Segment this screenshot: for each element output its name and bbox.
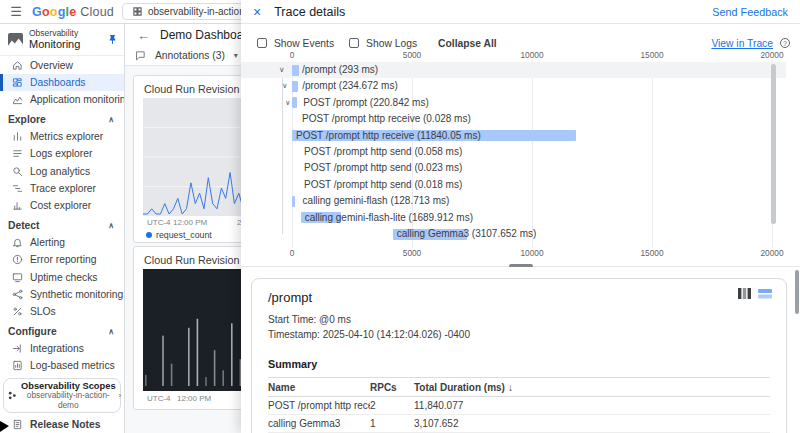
sidebar-item-label: Log analytics — [30, 166, 90, 177]
sidebar-item-label: Synthetic monitoring — [30, 289, 123, 300]
trace-span-bar[interactable] — [292, 97, 297, 108]
column-header-name[interactable]: Name — [268, 378, 370, 397]
sidebar-item-metrics-explorer[interactable]: Metrics explorer — [0, 128, 124, 145]
column-header-duration[interactable]: Total Duration (ms)↓ — [414, 378, 770, 397]
timeline-tick: 5000 — [403, 248, 421, 258]
sidebar-item-label: Release Notes — [30, 419, 100, 430]
span-details-section: /prompt Start Time: @0 ms Timestamp: 202… — [241, 267, 800, 433]
sidebar-item-alerting[interactable]: Alerting — [0, 234, 124, 251]
trace-span-label: POST /prompt http receive (11840.05 ms) — [296, 128, 481, 144]
sidebar-section-explore[interactable]: Explore ∧ — [0, 111, 124, 128]
trace-span-bar[interactable] — [292, 65, 299, 76]
trace-span-bar[interactable] — [292, 196, 295, 207]
panel-scrollbar[interactable] — [795, 270, 799, 314]
summary-row[interactable]: calling Gemma313,107.652 — [268, 415, 770, 433]
legend-label: request_count — [156, 230, 212, 240]
sidebar-item-log-based-metrics[interactable]: Log-based metrics — [0, 357, 124, 374]
trace-span-row[interactable]: POST /prompt http send (0.023 ms) — [241, 160, 786, 176]
trace-span-row[interactable]: POST /prompt http receive (11840.05 ms) — [241, 128, 786, 144]
chevron-down-icon[interactable]: ▾ — [234, 51, 238, 60]
summary-cell: 3,107.652 — [414, 415, 770, 433]
sidebar-item-label: Uptime checks — [30, 272, 98, 283]
summary-table-body: POST /prompt http receive211,840.077call… — [268, 397, 770, 433]
view-columns-icon[interactable] — [738, 288, 751, 299]
sidebar-item-label: Log-based metrics — [30, 360, 115, 371]
trace-span-row[interactable]: ∨/prompt (234.672 ms) — [241, 78, 786, 94]
hamburger-menu-icon[interactable]: ☰ — [8, 4, 24, 19]
chevron-up-icon: ∧ — [108, 327, 114, 336]
chevron-up-icon: ∧ — [108, 221, 114, 230]
section-label: Configure — [8, 326, 57, 337]
timeline-tick: 5000 — [403, 50, 421, 60]
summary-row[interactable]: POST /prompt http receive211,840.077 — [268, 397, 770, 415]
log-metrics-icon — [12, 360, 23, 371]
sidebar-item-application-monitoring[interactable]: Application monitoring — [0, 91, 124, 108]
column-header-rpcs[interactable]: RPCs — [370, 378, 414, 397]
view-rows-icon[interactable] — [758, 289, 772, 299]
sidebar-item-label: Dashboards — [30, 77, 86, 88]
pin-icon[interactable] — [107, 34, 118, 45]
trace-span-row[interactable]: POST /prompt http send (0.018 ms) — [241, 177, 786, 193]
trace-span-row[interactable]: calling gemini-flash-lite (1689.912 ms) — [241, 210, 786, 226]
trace-span-label: calling gemini-flash-lite (1689.912 ms) — [305, 210, 473, 226]
sidebar-item-trace-explorer[interactable]: Trace explorer — [0, 180, 124, 197]
logo-letter: g — [58, 5, 66, 19]
sidebar-item-label: Trace explorer — [30, 183, 96, 194]
dashboard-icon — [12, 77, 23, 88]
mouse-cursor — [0, 421, 9, 432]
x-axis-tick: UTC-4 — [147, 394, 171, 403]
sidebar-item-cost-explorer[interactable]: Cost explorer — [0, 197, 124, 214]
section-label: Explore — [8, 114, 46, 125]
sidebar-section-configure[interactable]: Configure ∧ — [0, 323, 124, 340]
summary-header-row: Name RPCs Total Duration (ms)↓ — [268, 378, 770, 397]
chevron-down-icon[interactable]: ∨ — [285, 95, 291, 111]
trace-span-row[interactable]: calling Gemma3 (3107.652 ms) — [241, 226, 786, 242]
logs-list-icon — [12, 148, 23, 159]
trace-span-bar[interactable] — [292, 81, 298, 92]
trace-span-list: ∨/prompt (293 ms)∨/prompt (234.672 ms)∨P… — [241, 62, 786, 242]
trace-span-row[interactable]: POST /prompt http receive (0.028 ms) — [241, 111, 786, 127]
trace-span-row[interactable]: POST /prompt http send (0.058 ms) — [241, 144, 786, 160]
sidebar-item-label: Integrations — [30, 343, 84, 354]
scopes-dots-icon — [7, 390, 18, 401]
annotations-button[interactable]: Annotations (3) — [155, 50, 225, 61]
chart-legend: request_count — [146, 230, 212, 240]
trace-span-row[interactable]: calling gemini-flash (128.713 ms) — [241, 193, 786, 209]
sidebar-item-synthetic-monitoring[interactable]: Synthetic monitoring — [0, 286, 124, 303]
sidebar-item-error-reporting[interactable]: Error reporting — [0, 251, 124, 268]
trace-waterfall-icon — [12, 183, 23, 194]
sidebar-item-label: Overview — [30, 60, 73, 71]
sidebar-section-detect[interactable]: Detect ∧ — [0, 217, 124, 234]
chevron-down-icon[interactable]: ∨ — [279, 62, 285, 78]
sidebar-item-overview[interactable]: Overview — [0, 56, 124, 73]
summary-cell: 1 — [370, 415, 414, 433]
sidebar-header: Observability Monitoring — [0, 24, 124, 56]
logo-suffix: Cloud — [80, 5, 114, 19]
sidebar-item-log-analytics[interactable]: Log analytics — [0, 162, 124, 179]
timeline-tick: 0 — [290, 248, 295, 258]
sidebar-item-release-notes[interactable]: Release Notes — [0, 415, 124, 432]
product-name-line1: Observability — [29, 29, 80, 38]
trace-waterfall: 0 5000 10000 15000 20000 ∨/prompt (293 m… — [241, 0, 800, 266]
sidebar-item-slos[interactable]: SLOs — [0, 303, 124, 320]
sidebar-item-logs-explorer[interactable]: Logs explorer — [0, 145, 124, 162]
chevron-down-icon[interactable]: ∨ — [282, 78, 288, 94]
sidebar-item-uptime-checks[interactable]: Uptime checks — [0, 268, 124, 285]
trace-span-row[interactable]: ∨/prompt (293 ms) — [241, 62, 786, 78]
back-arrow-icon[interactable]: ← — [137, 28, 150, 43]
summary-cell: POST /prompt http receive — [268, 397, 370, 415]
trace-span-row[interactable]: ∨POST /prompt (220.842 ms) — [241, 95, 786, 111]
sidebar-item-dashboards[interactable]: Dashboards — [0, 74, 124, 91]
google-cloud-logo[interactable]: GoogleCloud — [32, 5, 114, 19]
slo-percent-icon — [12, 306, 23, 317]
trace-details-panel: × Trace details Send Feedback Show Event… — [241, 0, 800, 433]
waterfall-scrollbar[interactable] — [771, 64, 776, 224]
sort-descending-icon[interactable]: ↓ — [508, 382, 513, 393]
sidebar-item-integrations[interactable]: Integrations — [0, 340, 124, 357]
span-name: /prompt — [268, 290, 770, 305]
trace-span-label: POST /prompt http receive (0.028 ms) — [302, 111, 471, 127]
trace-span-label: POST /prompt (220.842 ms) — [303, 95, 428, 111]
observability-scopes-selector[interactable]: Observability Scopes observability-in-ac… — [3, 378, 121, 413]
view-toggle-icons — [738, 288, 772, 299]
timeline-tick: 15000 — [640, 50, 663, 60]
